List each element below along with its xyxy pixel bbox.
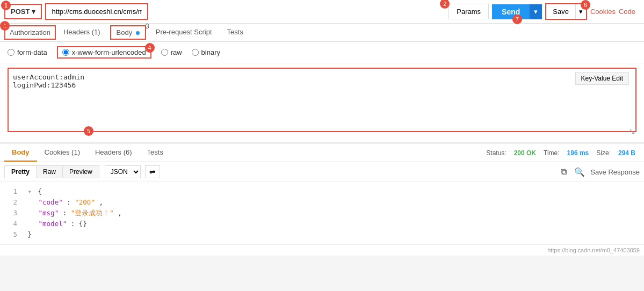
search-icon-button[interactable]: 🔍 xyxy=(572,166,587,178)
radio-form-data[interactable]: form-data xyxy=(8,48,47,56)
raw-label: raw xyxy=(171,48,182,56)
response-toolbar: Pretty Raw Preview JSON ⇌ ⧉ 🔍 Save Respo… xyxy=(0,162,644,182)
radio-urlencoded-input[interactable] xyxy=(62,49,69,56)
footer-url-text: https://blog.csdn.net/m0_47403059 xyxy=(547,247,640,253)
binary-label: binary xyxy=(201,48,220,56)
auth-tab-wrapper: 1 Authorization xyxy=(4,25,56,40)
tab-raw[interactable]: Raw xyxy=(36,165,62,178)
response-tab-headers[interactable]: Headers (6) xyxy=(88,144,140,162)
top-bar: 1 POST ▾ 2 Params Send ▾ 7 Save ▾ 6 Cook… xyxy=(0,0,644,24)
code-line-4: 4 "model" : {} xyxy=(8,219,636,229)
response-icons: ⧉ 🔍 Save Response xyxy=(559,166,640,178)
footer-url: https://blog.csdn.net/m0_47403059 xyxy=(0,244,644,256)
body-type-row: form-data 4 x-www-form-urlencoded raw bi… xyxy=(0,42,644,63)
copy-icon-button[interactable]: ⧉ xyxy=(559,166,569,178)
size-value: 294 B xyxy=(618,149,635,157)
key-value-edit-button[interactable]: Key-Value Edit xyxy=(575,72,629,85)
badge-6: 6 xyxy=(581,0,590,10)
code-line-2: 2 "code" : "200" , xyxy=(8,197,636,208)
code-link[interactable]: Code xyxy=(619,8,635,16)
tab-preview[interactable]: Preview xyxy=(62,165,99,178)
resize-handle[interactable]: ↘ xyxy=(628,126,635,136)
badge-4: 4 xyxy=(145,43,155,53)
radio-raw[interactable]: raw xyxy=(161,48,182,56)
request-tabs-row: 1 Authorization Headers (1) Body 3 Pre-r… xyxy=(0,24,644,42)
status-value: 200 OK xyxy=(514,149,536,157)
response-tab-tests[interactable]: Tests xyxy=(140,144,171,162)
urlencoded-label: x-www-form-urlencoded xyxy=(72,48,146,56)
code-area: 1 ▾ { 2 "code" : "200" , 3 "msg" : "登录成功… xyxy=(0,182,644,244)
tab-authorization[interactable]: Authorization xyxy=(4,25,56,40)
send-dropdown-arrow[interactable]: ▾ xyxy=(530,4,542,19)
collapse-1[interactable]: ▾ xyxy=(28,187,32,195)
radio-binary[interactable]: binary xyxy=(192,48,220,56)
radio-binary-input[interactable] xyxy=(192,49,199,56)
form-data-label: form-data xyxy=(17,48,47,56)
params-button[interactable]: Params xyxy=(448,4,489,19)
body-label: Body xyxy=(117,28,133,37)
radio-urlencoded[interactable]: 4 x-www-form-urlencoded xyxy=(57,46,151,59)
method-label: POST xyxy=(11,8,30,16)
radio-raw-input[interactable] xyxy=(161,49,168,56)
body-line-1: userAccount:admin xyxy=(13,73,631,81)
response-status-area: Status: 200 OK Time: 196 ms Size: 294 B xyxy=(486,149,640,157)
tab-tests[interactable]: Tests xyxy=(220,24,251,41)
time-label: Time: xyxy=(544,149,560,157)
method-dropdown[interactable]: 1 POST ▾ xyxy=(4,4,42,19)
send-button[interactable]: Send xyxy=(492,4,530,19)
code-line-1: 1 ▾ { xyxy=(8,186,636,197)
save-response-button[interactable]: Save Response xyxy=(590,168,640,176)
body-line-2: loginPwd:123456 xyxy=(13,81,631,89)
cookies-code-links: Cookies Code xyxy=(590,8,640,16)
code-line-3: 3 "msg" : "登录成功！" , xyxy=(8,208,636,219)
filter-icon-button[interactable]: ⇌ xyxy=(145,165,160,178)
response-section: Body Cookies (1) Headers (6) Tests Statu… xyxy=(0,142,644,256)
method-arrow: ▾ xyxy=(32,8,35,16)
body-editor-area: userAccount:admin loginPwd:123456 5 Key-… xyxy=(0,63,644,142)
badge-1: 1 xyxy=(1,1,11,10)
response-tab-cookies[interactable]: Cookies (1) xyxy=(37,144,88,162)
url-input[interactable] xyxy=(45,3,148,20)
badge-5: 5 xyxy=(84,126,93,136)
size-label: Size: xyxy=(596,149,611,157)
send-btn-group: Send ▾ 7 xyxy=(492,4,542,19)
tab-body[interactable]: Body 3 xyxy=(110,25,146,40)
cookies-link[interactable]: Cookies xyxy=(590,8,616,16)
response-tab-body[interactable]: Body xyxy=(4,144,37,162)
url-wrapper: 2 xyxy=(45,3,445,20)
tab-headers[interactable]: Headers (1) xyxy=(56,24,108,41)
save-button[interactable]: Save xyxy=(546,4,575,19)
time-value: 196 ms xyxy=(567,149,589,157)
code-line-5: 5 } xyxy=(8,229,636,240)
tab-pretty[interactable]: Pretty xyxy=(4,165,36,178)
json-format-select[interactable]: JSON xyxy=(105,165,141,178)
body-text-content: userAccount:admin loginPwd:123456 5 xyxy=(8,68,636,132)
editor-wrapper: userAccount:admin loginPwd:123456 5 Key-… xyxy=(8,68,636,137)
tab-pre-request[interactable]: Pre-request Script xyxy=(148,24,220,41)
status-label: Status: xyxy=(486,149,506,157)
response-tabs-row: Body Cookies (1) Headers (6) Tests Statu… xyxy=(0,144,644,162)
radio-form-data-input[interactable] xyxy=(8,49,15,56)
badge-7: 7 xyxy=(512,14,522,24)
body-dot xyxy=(136,31,140,35)
save-btn-group: Save ▾ 6 xyxy=(545,3,587,20)
pretty-raw-tabs: Pretty Raw Preview xyxy=(4,165,99,178)
